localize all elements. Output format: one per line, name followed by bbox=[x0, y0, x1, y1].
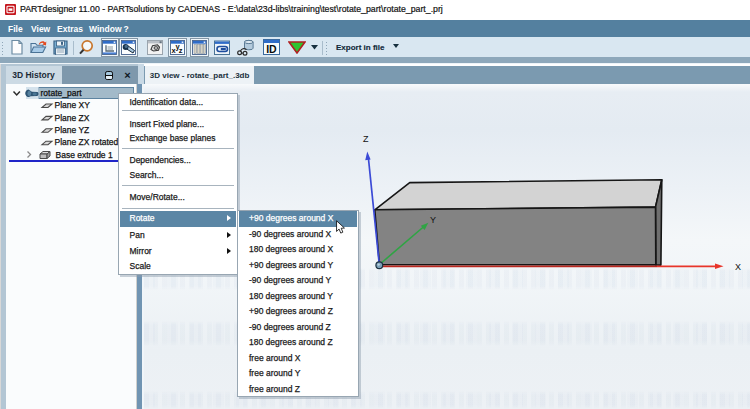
svg-text:Z: Z bbox=[363, 134, 369, 144]
svg-text:X: X bbox=[735, 262, 741, 272]
svg-text:Y: Y bbox=[430, 215, 436, 225]
